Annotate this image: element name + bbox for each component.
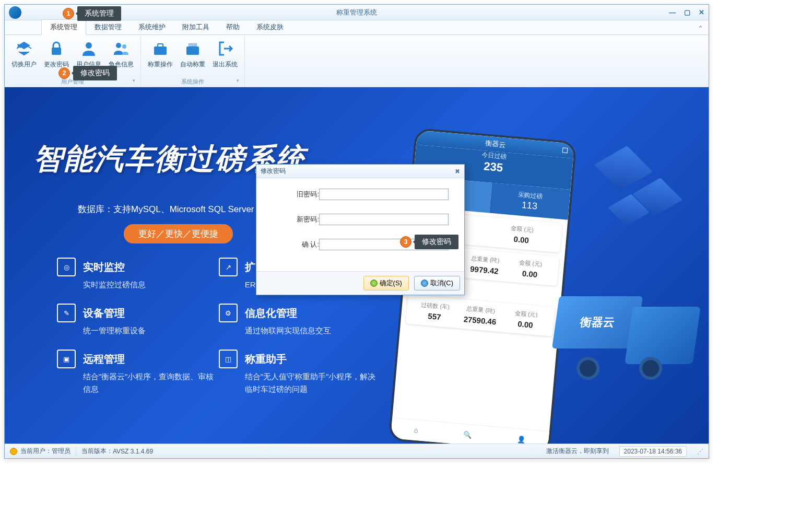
dialog-ok-button[interactable]: 确定(S) xyxy=(363,276,409,290)
svg-rect-4 xyxy=(154,47,167,55)
user-icon: 👤 xyxy=(517,435,526,444)
switch-user-icon xyxy=(15,39,33,58)
hero-subtitle: 数据库：支持MySQL、Microsoft SQL Server xyxy=(78,203,254,215)
camera-icon: ◎ xyxy=(57,258,76,276)
app-logo-icon xyxy=(9,6,21,19)
users-icon xyxy=(112,39,131,58)
dialog-title: 修改密码 xyxy=(261,167,286,176)
status-activate-link[interactable]: 激活衡器云，即刻享到 xyxy=(546,447,609,456)
status-datetime: 2023-07-18 14:56:36 xyxy=(619,446,687,457)
dialog-cancel-button[interactable]: 取消(C) xyxy=(414,276,460,290)
callout-1: 1 系统管理 xyxy=(63,6,121,21)
check-icon xyxy=(370,280,378,287)
tab-system-management[interactable]: 系统管理 xyxy=(41,19,86,35)
status-version-label: 当前版本： xyxy=(81,447,113,456)
tab-system-skin[interactable]: 系统皮肤 xyxy=(248,20,292,34)
tab-help[interactable]: 帮助 xyxy=(218,20,248,34)
callout-number-2: 2 xyxy=(58,67,70,79)
callout-number-3: 3 xyxy=(400,236,411,248)
status-bar: 当前用户： 管理员 当前版本： AVSZ 3.1.4.69 激活衡器云，即刻享到… xyxy=(5,444,709,458)
tab-extra-tools[interactable]: 附加工具 xyxy=(174,20,218,34)
status-version-value: AVSZ 3.1.4.69 xyxy=(113,448,153,455)
callout-3: 3 修改密码 xyxy=(400,235,458,249)
truck-graphic: 衡器云 xyxy=(556,291,697,396)
minimize-button[interactable]: — xyxy=(669,8,676,16)
expand-icon: ↗ xyxy=(219,258,238,276)
decorative-blocks xyxy=(584,119,709,254)
auto-weigh-button[interactable]: AUTO 自动称重 xyxy=(179,37,207,77)
feature-device: ✎ 设备管理统一管理称重设备 xyxy=(57,304,146,337)
dialog-title-bar[interactable]: 修改密码 ✖ xyxy=(256,165,464,178)
svg-point-3 xyxy=(122,44,126,49)
tab-system-maintenance[interactable]: 系统维护 xyxy=(130,20,174,34)
change-password-dialog: 修改密码 ✖ 旧密码: 新密码: 确 认: 确定(S) 取消(C) xyxy=(256,164,465,295)
cancel-icon xyxy=(421,280,428,287)
close-button[interactable]: ✕ xyxy=(699,8,704,16)
old-password-input[interactable] xyxy=(319,189,449,200)
exit-system-button[interactable]: 退出系统 xyxy=(211,37,239,77)
weigh-operate-button[interactable]: 称重操作 xyxy=(146,37,174,77)
feature-remote: ▣ 远程管理结合"衡器云"小程序，查询数据、审核信息 xyxy=(57,350,219,396)
callout-label-3: 修改密码 xyxy=(415,235,458,249)
monitor-icon: ▣ xyxy=(57,350,76,368)
ribbon-group-system: 称重操作 AUTO 自动称重 退出系统 系统操作 xyxy=(141,35,245,87)
feature-info: ⚙ 信息化管理通过物联网实现信息交互 xyxy=(219,304,331,337)
hero-pill: 更好／更快／更便捷 xyxy=(124,224,233,243)
menu-bar: 系统管理 数据管理 系统维护 附加工具 帮助 系统皮肤 ⌃ xyxy=(5,20,709,35)
old-password-label: 旧密码: xyxy=(272,190,319,199)
resize-grip-icon[interactable]: ⋰ xyxy=(697,448,703,455)
auto-icon: AUTO xyxy=(183,39,202,58)
callout-2: 2 修改密码 xyxy=(58,66,117,80)
feature-assistant: ◫ 称重助手结合"无人值守称重助手"小程序，解决临时车过磅的问题 xyxy=(219,350,381,396)
home-icon: ⌂ xyxy=(414,426,418,435)
gear-icon: ⚙ xyxy=(219,304,238,322)
switch-user-button[interactable]: 切换用户 xyxy=(10,37,38,77)
menu-collapse-icon[interactable]: ⌃ xyxy=(698,25,703,32)
callout-number-1: 1 xyxy=(63,8,74,19)
status-user-value: 管理员 xyxy=(52,447,70,456)
phone-card-3: 过磅数 (车)总重量 (吨)金额 (元) 55727590.460.00 xyxy=(406,295,555,336)
phone-nav: ⌂🔍👤 xyxy=(391,417,549,444)
callout-label-1: 系统管理 xyxy=(77,6,121,21)
new-password-label: 新密码: xyxy=(272,215,319,224)
wrench-icon: ✎ xyxy=(57,304,76,322)
maximize-button[interactable]: ▢ xyxy=(684,8,690,16)
svg-text:AUTO: AUTO xyxy=(189,43,196,47)
battery-icon xyxy=(562,147,568,153)
status-user-label: 当前用户： xyxy=(20,447,52,456)
user-status-icon xyxy=(10,448,17,455)
callout-label-2: 修改密码 xyxy=(73,66,117,80)
briefcase-icon xyxy=(151,39,170,58)
svg-rect-6 xyxy=(186,47,199,55)
tab-data-management[interactable]: 数据管理 xyxy=(86,20,130,34)
user-icon xyxy=(79,39,98,58)
confirm-password-label: 确 认: xyxy=(272,240,319,249)
new-password-input[interactable] xyxy=(319,214,449,225)
feature-extend: ↗ 扩ER xyxy=(219,258,255,291)
svg-point-1 xyxy=(86,42,92,49)
ribbon-group-system-label: 系统操作 xyxy=(146,77,239,87)
phone-kpi-right: 采购过磅113 xyxy=(489,183,570,220)
svg-point-2 xyxy=(116,43,121,48)
dialog-close-button[interactable]: ✖ xyxy=(455,168,460,175)
feature-realtime: ◎ 实时监控实时监控过磅信息 xyxy=(57,258,146,291)
search-icon: 🔍 xyxy=(463,431,472,439)
svg-rect-5 xyxy=(158,44,163,47)
window-title: 称重管理系统 xyxy=(336,8,377,17)
exit-icon xyxy=(216,39,234,58)
svg-rect-0 xyxy=(52,48,61,55)
lock-icon xyxy=(47,39,66,58)
scale-icon: ◫ xyxy=(219,350,238,368)
